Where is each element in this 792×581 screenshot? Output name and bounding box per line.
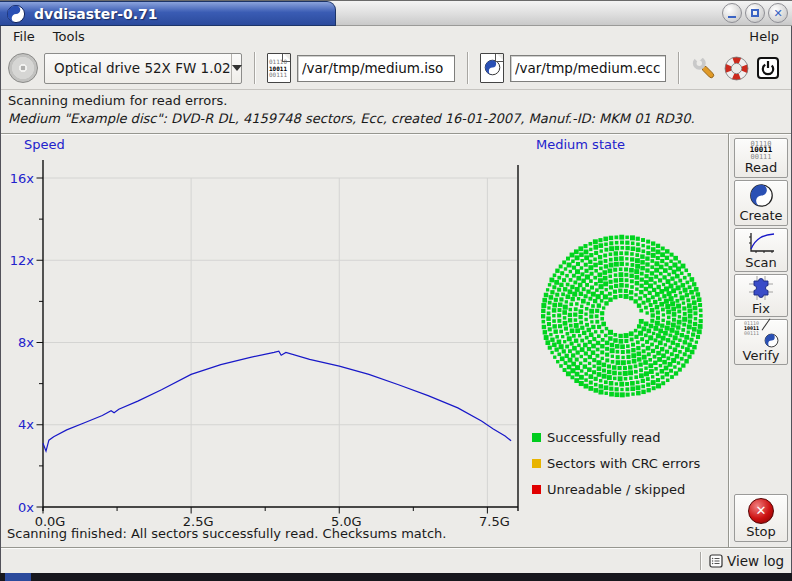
medium-state-disc [527, 221, 717, 411]
binary-read-icon: 01110 10011 00111 [750, 141, 773, 161]
minimize-icon [728, 16, 736, 18]
drive-selector-value: Optical drive 52X FW 1.02 [45, 60, 231, 76]
toolbar-separator [678, 52, 679, 84]
power-quit-icon[interactable] [755, 55, 781, 81]
optical-disc-icon [8, 53, 38, 83]
fix-button[interactable]: Fix [734, 274, 788, 317]
action-sidebar: 01110 10011 00111 Read Create [728, 134, 792, 547]
main-area: Speed Medium state 0x4x8x12x16x0.0G2.5G5… [0, 134, 792, 547]
menubar: File Tools Help [0, 26, 792, 47]
speed-curve-icon [746, 231, 776, 255]
read-button[interactable]: 01110 10011 00111 Read [734, 138, 788, 178]
window-title: dvdisaster-0.71 [34, 6, 158, 22]
scan-button[interactable]: Scan [734, 228, 788, 272]
close-button[interactable]: ✕ [768, 3, 788, 23]
toolbar: Optical drive 52X FW 1.02 01110 10011 00… [0, 47, 792, 90]
menu-help[interactable]: Help [740, 28, 788, 45]
window-controls: ✕ [722, 3, 788, 23]
menu-tools[interactable]: Tools [44, 28, 94, 45]
legend-item: Successfully read [532, 424, 700, 450]
y-tick-label: 8x [18, 335, 34, 350]
close-icon: ✕ [773, 8, 782, 19]
minimize-button[interactable] [722, 3, 742, 23]
titlebar-tab: dvdisaster-0.71 [0, 1, 336, 26]
status-panel: Scanning medium for read errors. Medium … [0, 90, 792, 134]
ecc-file-icon [480, 53, 504, 83]
legend-item: Unreadable / skipped [532, 476, 700, 502]
statusbar-separator [700, 552, 701, 570]
stop-x-icon: ✕ [748, 498, 774, 524]
y-tick-label: 12x [10, 253, 35, 268]
app-window: dvdisaster-0.71 ✕ File Tools Help Optica… [0, 0, 792, 581]
maximize-button[interactable] [745, 3, 765, 23]
speed-curve [43, 351, 511, 451]
y-tick-label: 4x [18, 417, 34, 432]
view-log-label: View log [727, 553, 784, 569]
y-tick-label: 0x [18, 500, 34, 515]
finished-message: Scanning finished: All sectors successfu… [7, 526, 446, 541]
puzzle-icon [748, 275, 774, 301]
create-button[interactable]: Create [734, 180, 788, 226]
verify-button[interactable]: 01110 10011 00111 Verify [734, 319, 788, 365]
wrench-icon[interactable] [691, 55, 717, 81]
statusbar: View log [0, 547, 792, 573]
toolbar-separator [467, 52, 468, 84]
binary-file-icon: 01110 10011 00111 [267, 53, 291, 83]
crc-error-swatch [532, 459, 541, 468]
menu-file[interactable]: File [4, 28, 44, 45]
maximize-icon [751, 9, 759, 17]
x-tick-label: 7.5G [479, 514, 510, 529]
y-tick-label: 16x [10, 171, 35, 186]
iso-path-input[interactable] [297, 55, 455, 82]
toolbar-separator [254, 52, 255, 84]
status-line-2: Medium "Example disc": DVD-R DL, 4159748… [8, 111, 784, 126]
lifering-help-icon[interactable] [723, 55, 749, 81]
content-area: Speed Medium state 0x4x8x12x16x0.0G2.5G5… [0, 134, 728, 547]
yinyang-icon [749, 183, 774, 208]
success-swatch [532, 433, 541, 442]
verify-icon: 01110 10011 00111 [743, 321, 779, 348]
drive-selector[interactable]: Optical drive 52X FW 1.02 [44, 53, 242, 84]
chevron-down-icon [231, 54, 242, 83]
log-document-icon [709, 554, 723, 568]
stop-button[interactable]: ✕ Stop [734, 494, 788, 542]
window-bottom-edge [0, 573, 792, 581]
titlebar: dvdisaster-0.71 ✕ [0, 0, 792, 26]
ecc-path-input[interactable] [510, 55, 666, 82]
legend-item: Sectors with CRC errors [532, 450, 700, 476]
view-log-button[interactable]: View log [709, 553, 784, 569]
status-line-1: Scanning medium for read errors. [8, 93, 784, 108]
app-yinyang-icon [6, 4, 26, 24]
medium-state-legend: Successfully read Sectors with CRC error… [532, 424, 700, 502]
unreadable-swatch [532, 485, 541, 494]
